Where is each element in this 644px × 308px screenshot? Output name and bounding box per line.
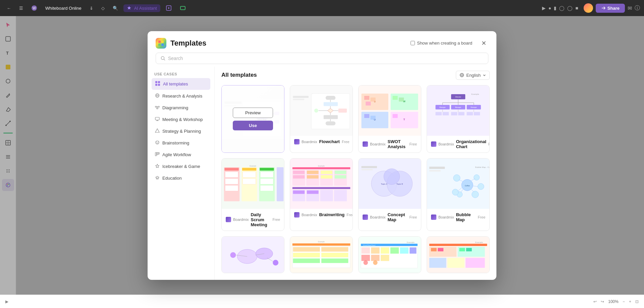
svg-rect-28 <box>158 44 161 46</box>
svg-rect-221 <box>381 247 389 254</box>
share-button[interactable]: Share <box>596 4 625 13</box>
icon-record[interactable]: ● <box>548 5 551 11</box>
use-swot-button[interactable]: Use <box>370 112 410 122</box>
icon-clock[interactable]: ◯ <box>567 5 573 11</box>
card-footer-swot: Boardmix SWOT Analysis Free <box>359 136 421 152</box>
svg-point-3 <box>168 7 169 9</box>
template-card-bubble[interactable]: Bubble Map - Coffee Beans Coffee <box>427 158 490 231</box>
preview-orgchart-button[interactable]: Preview <box>438 99 478 110</box>
svg-text:Example: Example <box>407 241 415 243</box>
preview-swot-button[interactable]: Preview <box>370 99 410 110</box>
download-button[interactable]: ⇓ <box>87 4 96 12</box>
templates-modal: Templates Show when creating a board ✕ U… <box>148 31 496 280</box>
nav-item-icebreaker[interactable]: Icebreaker & Game <box>152 161 210 172</box>
preview-flowchart-button[interactable]: Preview <box>301 99 341 110</box>
use-scrum-button[interactable]: Use <box>233 185 273 195</box>
nav-item-strategy[interactable]: Strategy & Planning <box>152 126 210 137</box>
show-when-creating-checkbox[interactable] <box>411 41 415 45</box>
boardmix-logo-bubble <box>431 214 436 220</box>
language-select[interactable]: English <box>456 71 490 80</box>
preview-brainwriting-button[interactable]: Preview <box>301 172 341 183</box>
svg-rect-213 <box>321 258 348 263</box>
icon-play[interactable]: ▶ <box>542 5 546 11</box>
svg-rect-235 <box>429 258 446 268</box>
boardmix-name-swot: Boardmix <box>370 142 385 146</box>
t11-thumbnail: Example Virtual Bingo Board <box>359 237 421 273</box>
svg-point-30 <box>161 56 164 59</box>
template-card-flowchart[interactable]: Example <box>290 85 353 153</box>
template-grid: Mind Map <box>221 85 490 273</box>
free-badge-swot: Free <box>409 142 417 146</box>
boardmix-name-orgchart: Boardmix <box>438 142 454 146</box>
notification-icon[interactable]: ✉ <box>628 5 632 11</box>
use-flowchart-button[interactable]: Use <box>301 112 341 122</box>
boardmix-logo-flowchart <box>294 139 300 144</box>
tag-button[interactable]: ◇ <box>99 4 107 12</box>
card-preview-scrum: Example <box>222 159 284 209</box>
svg-rect-52 <box>157 152 158 155</box>
template-card-t11[interactable]: Example Virtual Bingo Board <box>358 236 421 273</box>
toolbar-icon-2[interactable] <box>177 4 189 12</box>
use-mindmap-button[interactable]: Use <box>233 121 273 130</box>
svg-line-31 <box>164 59 165 60</box>
template-card-t10[interactable]: Example <box>290 236 353 273</box>
boardmix-name-scrum: Boardmix <box>233 218 249 222</box>
user-avatar[interactable] <box>584 3 593 13</box>
nav-item-agile[interactable]: Agile Workflow <box>152 149 210 160</box>
search-input[interactable] <box>168 56 483 61</box>
help-icon[interactable]: ⓘ <box>635 5 640 12</box>
preview-bubble-button[interactable]: Preview <box>438 172 478 183</box>
nav-icebreaker-label: Icebreaker & Game <box>162 164 200 169</box>
modal-close-button[interactable]: ✕ <box>479 39 488 48</box>
menu-button[interactable]: ☰ <box>16 4 26 12</box>
nav-agile-label: Agile Workflow <box>162 152 191 157</box>
boardmix-name-concept: Boardmix <box>370 215 385 219</box>
template-card-t9[interactable] <box>221 236 284 273</box>
undo-icon[interactable]: ↩ <box>593 299 597 304</box>
template-card-t12[interactable]: Example <box>427 236 490 273</box>
template-card-swot[interactable]: S W O T <box>358 85 421 153</box>
icon-present[interactable]: ▮ <box>554 5 556 11</box>
redo-icon[interactable]: ↪ <box>601 299 604 304</box>
bottom-bar-icon[interactable]: ▶ <box>5 299 8 304</box>
toolbar-icon-1[interactable] <box>163 4 174 12</box>
t9-thumbnail <box>222 237 284 273</box>
search-button[interactable]: 🔍 <box>110 4 121 12</box>
zoom-out-icon[interactable]: − <box>623 299 625 304</box>
use-concept-button[interactable]: Use <box>370 185 410 195</box>
preview-concept-button[interactable]: Preview <box>370 172 410 183</box>
use-brainwriting-button[interactable]: Use <box>301 185 341 195</box>
card-footer-orgchart: Boardmix Organizational Chart Free <box>427 136 489 152</box>
card-name-flowchart: Flowchart <box>319 139 339 144</box>
template-card-scrum[interactable]: Example <box>221 158 284 231</box>
ai-assistant-button[interactable]: AI Assistant <box>123 4 160 12</box>
nav-item-research[interactable]: Research & Analysis <box>152 90 210 102</box>
card-preview-t9 <box>222 237 284 273</box>
nav-research-label: Research & Analysis <box>162 94 202 99</box>
preview-scrum-button[interactable]: Preview <box>233 172 273 183</box>
card-footer-flowchart: Boardmix Flowchart Free <box>290 136 353 148</box>
preview-mindmap-button[interactable]: Preview <box>233 108 273 118</box>
nav-item-diagramming[interactable]: Diagramming <box>152 102 210 113</box>
template-card-orgchart[interactable]: Example Director <box>427 85 490 153</box>
card-preview-t10: Example <box>290 237 353 273</box>
nav-item-meeting[interactable]: Meeting & Workshop <box>152 114 210 125</box>
nav-item-education[interactable]: Education <box>152 173 210 184</box>
icon-bell2[interactable]: ◯ <box>559 5 565 11</box>
template-card-concept[interactable]: Topic A Topic B Preview Use <box>358 158 421 231</box>
language-label: English <box>466 73 481 78</box>
card-preview-concept: Topic A Topic B Preview Use <box>359 159 421 209</box>
t10-thumbnail: Example <box>290 237 353 273</box>
nav-item-all[interactable]: All templates <box>152 78 210 90</box>
nav-strategy-label: Strategy & Planning <box>162 129 201 134</box>
zoom-in-icon[interactable]: + <box>629 299 631 304</box>
fit-screen-icon[interactable]: ⊡ <box>635 299 639 304</box>
nav-item-brainstorming[interactable]: Brainstorming <box>152 137 210 148</box>
card-preview-swot: S W O T <box>359 85 421 136</box>
template-card-brainwriting[interactable]: Example <box>290 158 353 231</box>
template-card-mindmap[interactable]: Mind Map <box>221 85 284 153</box>
back-button[interactable]: ← <box>4 4 14 12</box>
use-bubble-button[interactable]: Use <box>438 185 478 195</box>
use-orgchart-button[interactable]: Use <box>438 112 478 122</box>
icon-grid[interactable]: ■ <box>575 5 578 11</box>
